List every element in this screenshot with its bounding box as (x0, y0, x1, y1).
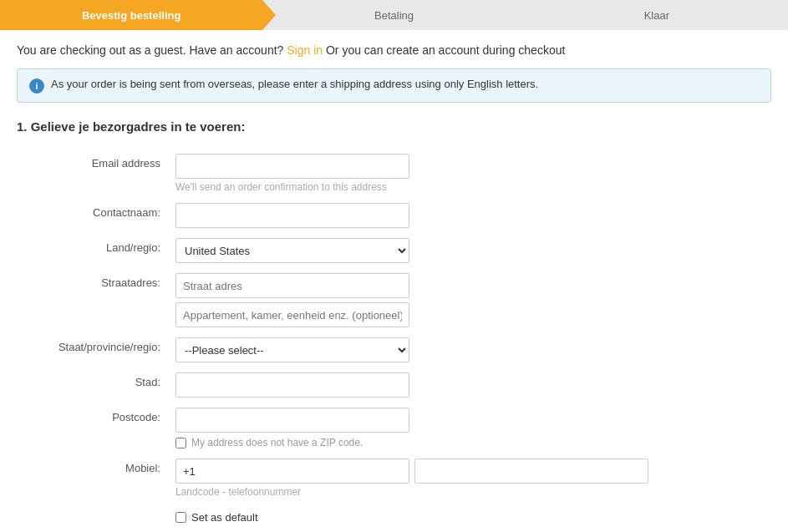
postcode-row: Postcode: My address does not have a ZIP… (17, 403, 771, 453)
email-hint: We'll send an order confirmation to this… (175, 181, 765, 193)
street-label: Straatadres: (17, 268, 167, 332)
phone-code-input[interactable] (175, 459, 409, 484)
mobile-label: Mobiel: (17, 453, 167, 503)
step-bevestig: Bevestig bestelling (0, 0, 262, 30)
zip-check-row: My address does not have a ZIP code. (175, 437, 765, 448)
step-betaling: Betaling (262, 0, 525, 30)
country-label: Land/regio: (17, 233, 167, 268)
postcode-field-cell: My address does not have a ZIP code. (167, 403, 771, 453)
address-form: Email address We'll send an order confir… (17, 149, 771, 532)
contact-label: Contactnaam: (17, 198, 167, 233)
set-default-row: Set as default Een probleem ontdekt met … (17, 503, 771, 532)
street-row: Straatadres: (17, 268, 771, 332)
main-content: You are checking out as a guest. Have an… (0, 30, 788, 532)
country-field-cell: United States (167, 233, 771, 268)
city-input[interactable] (175, 372, 409, 398)
phone-hint: Landcode - telefoonnummer (175, 486, 765, 498)
step-klaar: Klaar (526, 0, 788, 30)
no-zip-label: My address does not have a ZIP code. (191, 437, 363, 448)
phone-number-input[interactable] (414, 459, 648, 484)
street-field-cell (167, 268, 771, 332)
street-input[interactable] (175, 273, 409, 298)
guest-notice: You are checking out as a guest. Have an… (17, 43, 771, 57)
progress-bar: Bevestig bestelling Betaling Klaar (0, 0, 788, 30)
email-label: Email address (17, 149, 167, 198)
sign-in-link[interactable]: Sign in (287, 43, 323, 57)
no-zip-checkbox[interactable] (175, 438, 186, 448)
mobile-field-cell: Landcode - telefoonnummer (167, 453, 771, 503)
contact-input[interactable] (175, 203, 409, 228)
postcode-input[interactable] (175, 408, 409, 433)
set-default-container: Set as default (175, 511, 765, 524)
state-label: Staat/provincie/regio: (17, 332, 167, 367)
email-field-cell: We'll send an order confirmation to this… (167, 149, 771, 198)
country-select[interactable]: United States (175, 238, 409, 263)
contact-row: Contactnaam: (17, 198, 771, 233)
section-title: 1. Gelieve je bezorgadres in te voeren: (17, 119, 771, 134)
contact-field-cell (167, 198, 771, 233)
mobile-row: Mobiel: Landcode - telefoonnummer (17, 453, 771, 503)
city-row: Stad: (17, 367, 771, 403)
city-label: Stad: (17, 367, 167, 403)
info-icon: i (29, 79, 44, 94)
info-box: i As your order is being sent from overs… (17, 68, 771, 103)
postcode-label: Postcode: (17, 403, 167, 453)
set-default-checkbox[interactable] (175, 512, 186, 523)
state-field-cell: --Please select-- (167, 332, 771, 367)
country-row: Land/regio: United States (17, 233, 771, 268)
email-row: Email address We'll send an order confir… (17, 149, 771, 198)
city-field-cell (167, 367, 771, 403)
phone-row (175, 459, 765, 484)
info-message: As your order is being sent from oversea… (51, 78, 538, 90)
email-input[interactable] (175, 154, 409, 179)
set-default-label: Set as default (191, 511, 258, 524)
apt-input[interactable] (175, 302, 409, 327)
state-select[interactable]: --Please select-- (175, 337, 409, 362)
state-row: Staat/provincie/regio: --Please select-- (17, 332, 771, 367)
